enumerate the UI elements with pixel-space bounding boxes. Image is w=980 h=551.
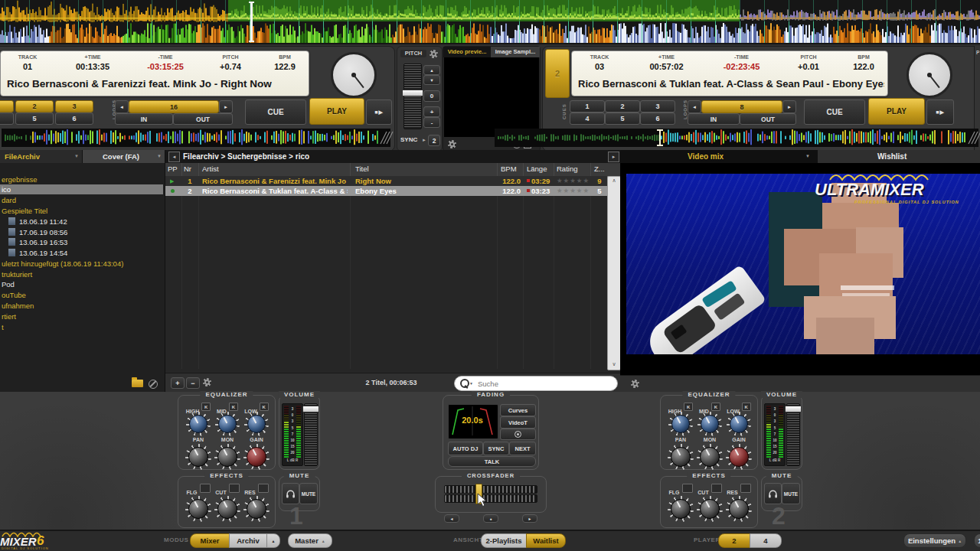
stop-button[interactable]: ■▶	[926, 99, 954, 125]
headphone-button[interactable]	[764, 483, 782, 504]
gain-knob[interactable]	[243, 444, 270, 470]
eq-low-kill-button[interactable]: K	[260, 403, 269, 411]
curves-button[interactable]: Curves	[500, 404, 536, 416]
playlist-settings-gear-icon[interactable]	[203, 378, 211, 386]
eq-low-knob[interactable]	[727, 412, 751, 436]
cut-toggle[interactable]	[229, 484, 240, 493]
deck-waveform-strips[interactable]	[0, 127, 980, 148]
sidebar-item-date-2[interactable]: 17.06.19 08:56	[8, 227, 67, 237]
loop-out-button[interactable]: OUT	[740, 113, 796, 125]
flg-knob[interactable]	[668, 496, 694, 522]
mode-up-arrow-button[interactable]: ▲	[266, 533, 280, 548]
archiv-mode-button[interactable]: Archiv	[229, 533, 267, 548]
column-pp[interactable]: PP	[168, 163, 178, 175]
mixer-mode-button[interactable]: Mixer	[190, 533, 230, 548]
nav-back-button[interactable]: ◂	[168, 152, 180, 162]
sync-button[interactable]: SYNC	[483, 442, 509, 455]
auto-dj-button[interactable]: AUTO DJ	[448, 442, 483, 455]
sidebar-item-aufnahmen[interactable]: ufnahmen	[2, 301, 34, 311]
player-4-button[interactable]: 4	[750, 533, 782, 548]
eq-mid-kill-button[interactable]: K	[229, 403, 238, 411]
mon-knob[interactable]	[214, 444, 240, 470]
cue-button-1[interactable]	[0, 100, 14, 112]
eq-high-knob[interactable]	[186, 412, 211, 436]
tab-cover[interactable]: Cover (FA) ▼	[83, 150, 165, 163]
sidebar-item-rico-highlight[interactable]: ico	[0, 184, 163, 194]
disable-icon[interactable]	[149, 380, 158, 389]
column-artist[interactable]: Artist	[202, 163, 219, 175]
sidebar-item-suchergebnisse[interactable]: ergebnisse	[2, 174, 37, 184]
search-input[interactable]	[476, 377, 614, 390]
tab-image-sampler[interactable]: Image Sampl...	[491, 47, 540, 57]
crossfader-track-bottom[interactable]	[444, 494, 537, 503]
sidebar-item-date-3[interactable]: 13.06.19 16:53	[8, 237, 67, 247]
sidebar-item-date-1[interactable]: 18.06.19 11:42	[8, 217, 67, 227]
pitch-settings-gear-icon[interactable]	[430, 50, 438, 58]
flg-toggle[interactable]	[200, 484, 211, 493]
eq-mid-kill-button[interactable]: K	[711, 403, 720, 411]
master-waveform[interactable]	[0, 0, 980, 44]
pitch-minus-button[interactable]: -	[423, 117, 440, 128]
videot-button[interactable]: VideoT	[500, 416, 536, 429]
pitch-zero-button[interactable]: 0	[423, 90, 440, 102]
cue-button-2[interactable]: 2	[605, 100, 640, 112]
waitlist-view-button[interactable]: Waitlist	[526, 533, 566, 548]
pan-knob[interactable]	[668, 444, 694, 470]
tab-video-mix[interactable]: Video mix ▼	[620, 150, 818, 163]
volume-fader-track[interactable]	[304, 403, 318, 466]
sidebar-item-partial[interactable]: t	[2, 322, 4, 332]
mon-knob[interactable]	[697, 444, 723, 470]
loop-out-button[interactable]: OUT	[173, 113, 233, 125]
loop-in-button[interactable]: IN	[688, 113, 740, 125]
volume-fader-track[interactable]	[786, 403, 800, 466]
sidebar-item-zuletzt[interactable]: uletzt hinzugefügt (18.06.19 11:43:04)	[2, 259, 123, 269]
res-toggle[interactable]	[740, 484, 751, 493]
crossfader-left-button[interactable]: ◄	[444, 514, 459, 523]
cue-button-1[interactable]: 1	[570, 100, 605, 112]
cut-knob[interactable]	[697, 496, 723, 522]
cut-knob[interactable]	[214, 496, 240, 522]
loop-in-button[interactable]: IN	[115, 113, 173, 125]
volume-fader-handle[interactable]	[785, 406, 802, 412]
nav-forward-button[interactable]: ▸	[608, 152, 619, 162]
playlists-view-button[interactable]: 2-Playlists	[481, 533, 527, 548]
scroll-down-icon[interactable]: ∨	[608, 361, 620, 369]
row-rating-stars[interactable]: ★★★★★	[557, 186, 590, 196]
cue-main-button[interactable]: CUE	[804, 99, 865, 125]
stop-button[interactable]: ■▶	[366, 99, 392, 125]
crossfader-center-button[interactable]: ●	[483, 514, 498, 523]
cue-button-3[interactable]: 3	[640, 100, 675, 112]
jog-wheel[interactable]	[331, 52, 377, 98]
scroll-up-icon[interactable]: ∧	[608, 178, 620, 185]
crossfader-right-button[interactable]: ►	[522, 514, 537, 523]
search-dropdown-icon[interactable]: ▼	[469, 381, 473, 386]
flg-toggle[interactable]	[682, 484, 693, 493]
play-button[interactable]: PLAY	[309, 98, 364, 125]
player-2-button[interactable]: 2	[718, 533, 750, 548]
loop-increase-button[interactable]: ►	[219, 100, 233, 113]
column-bpm[interactable]: BPM	[501, 163, 517, 175]
play-button[interactable]: PLAY	[868, 98, 925, 125]
fading-settings-button[interactable]	[500, 429, 536, 440]
talk-button[interactable]: TALK	[448, 456, 536, 467]
loop-increase-button[interactable]: ►	[782, 100, 796, 113]
eq-mid-knob[interactable]	[697, 412, 722, 436]
loop-length-button[interactable]: 8	[701, 100, 782, 113]
eq-low-knob[interactable]	[244, 412, 269, 436]
pan-knob[interactable]	[185, 444, 211, 470]
cue-button-6[interactable]: 6	[55, 112, 93, 125]
folder-icon[interactable]	[132, 380, 143, 387]
pitch-fader-handle[interactable]	[402, 90, 423, 96]
sidebar-item-standard[interactable]: dard	[2, 195, 16, 205]
pitch-plus-button[interactable]: +	[423, 106, 440, 117]
cue-main-button[interactable]: CUE	[245, 99, 306, 125]
crossfader-track-top[interactable]	[444, 485, 537, 494]
sidebar-item-date-4[interactable]: 13.06.19 14:54	[8, 248, 67, 258]
cue-button-6[interactable]: 6	[640, 112, 675, 125]
sidebar-item-sortiert[interactable]: rtiert	[2, 311, 16, 321]
cue-button-4[interactable]: 4	[570, 112, 605, 125]
tab-video-preview[interactable]: Video previe...	[443, 47, 491, 57]
pitch-fader-track[interactable]	[403, 64, 422, 129]
flg-knob[interactable]	[185, 496, 211, 522]
res-knob[interactable]	[243, 496, 270, 522]
